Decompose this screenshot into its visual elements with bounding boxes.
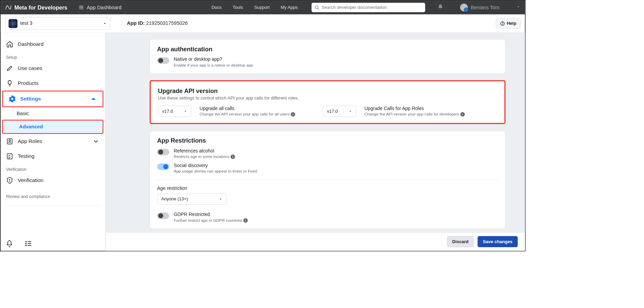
user-menu[interactable]: Benians Tom bbox=[460, 4, 500, 12]
sidebar-dashboard[interactable]: Dashboard bbox=[1, 37, 105, 52]
nav-docs[interactable]: Docs bbox=[212, 5, 222, 10]
hamburger-icon bbox=[78, 5, 84, 10]
help-label: Help bbox=[507, 21, 516, 26]
app-id-value: 219250317595026 bbox=[146, 20, 188, 26]
card-app-authentication: App authentication Native or desktop app… bbox=[150, 39, 506, 74]
chevron-up-icon bbox=[90, 95, 97, 103]
search-box[interactable] bbox=[311, 3, 425, 12]
top-nav: Meta for Developers App Dashboard Docs T… bbox=[1, 1, 525, 15]
select-upgrade-roles[interactable]: v17.0 bbox=[323, 106, 356, 117]
sidebar-settings-basic[interactable]: Basic bbox=[1, 107, 105, 120]
alcohol-sub: Restricts age in some locations bbox=[174, 155, 230, 159]
nav-links: Docs Tools Support My Apps bbox=[212, 5, 298, 10]
app-icon bbox=[8, 19, 17, 28]
info-icon[interactable]: i bbox=[460, 112, 465, 117]
sidebar-setup-label: Setup bbox=[1, 52, 105, 61]
checklist-icon bbox=[6, 153, 13, 160]
roles-icon bbox=[6, 138, 13, 145]
svg-point-14 bbox=[26, 245, 26, 246]
lightbulb-icon bbox=[6, 79, 13, 87]
sidebar-products[interactable]: Products bbox=[1, 76, 105, 91]
user-menu-chevron[interactable] bbox=[516, 5, 520, 10]
sidebar-settings-advanced[interactable]: Advanced bbox=[3, 121, 103, 133]
select-age-restriction[interactable]: Anyone (13+) bbox=[157, 194, 227, 205]
upgrade-roles-label: Upgrade Calls for App Roles bbox=[364, 106, 465, 111]
app-id-label: App ID: bbox=[127, 20, 145, 26]
restrictions-title: App Restrictions bbox=[157, 137, 498, 144]
card-upgrade-api: Upgrade API version Use these settings t… bbox=[150, 80, 506, 124]
discard-button[interactable]: Discard bbox=[447, 236, 474, 247]
caret-down-icon bbox=[184, 110, 187, 113]
app-name: test 3 bbox=[20, 20, 33, 26]
meta-logo-icon bbox=[5, 4, 12, 11]
toggle-alcohol[interactable] bbox=[157, 149, 169, 156]
svg-point-3 bbox=[315, 6, 318, 9]
upgrade-title: Upgrade API version bbox=[158, 88, 497, 95]
user-name: Benians Tom bbox=[471, 4, 500, 10]
gear-icon bbox=[8, 95, 16, 103]
alcohol-label: References alcohol bbox=[174, 148, 235, 154]
native-label: Native or desktop app? bbox=[174, 57, 253, 62]
toggle-gdpr[interactable] bbox=[157, 213, 169, 219]
sidebar-testing[interactable]: Testing bbox=[1, 149, 105, 164]
list-icon[interactable] bbox=[24, 240, 32, 248]
app-selector[interactable]: test 3 bbox=[5, 17, 110, 30]
caret-down-icon bbox=[103, 21, 107, 25]
age-label: Age restriction bbox=[157, 186, 498, 192]
upgrade-desc: Use these settings to control which API … bbox=[158, 96, 497, 101]
dashboard-label: App Dashboard bbox=[87, 4, 122, 10]
notifications-button[interactable] bbox=[437, 4, 444, 11]
svg-point-13 bbox=[26, 243, 26, 244]
nav-tools[interactable]: Tools bbox=[233, 5, 243, 10]
upgrade-all-sub: Change the API version your app calls fo… bbox=[200, 112, 290, 116]
card-app-restrictions: App Restrictions References alcohol Rest… bbox=[150, 131, 506, 229]
nav-myapps[interactable]: My Apps bbox=[281, 5, 298, 10]
app-id: App ID: 219250317595026 bbox=[127, 20, 188, 26]
info-icon[interactable]: i bbox=[231, 155, 235, 159]
gdpr-sub: Further restrict age in GDPR countries bbox=[174, 218, 242, 222]
svg-rect-9 bbox=[7, 153, 12, 159]
info-icon[interactable]: i bbox=[243, 218, 248, 223]
bell-icon bbox=[437, 4, 444, 10]
sidebar-verification-label: Verification bbox=[1, 164, 105, 173]
chevron-down-icon bbox=[92, 138, 100, 145]
social-sub: App usage stories can appear in ticker o… bbox=[174, 169, 257, 174]
app-dashboard-menu[interactable]: App Dashboard bbox=[78, 4, 122, 10]
sidebar-app-roles[interactable]: App Roles bbox=[1, 134, 105, 149]
sidebar-verification[interactable]: Verification bbox=[1, 173, 105, 188]
search-input[interactable] bbox=[322, 5, 423, 10]
main-content: App authentication Native or desktop app… bbox=[105, 33, 525, 251]
caret-down-icon bbox=[219, 198, 222, 201]
select-upgrade-all[interactable]: v17.0 bbox=[158, 106, 191, 117]
avatar-icon bbox=[460, 4, 468, 12]
svg-point-6 bbox=[502, 24, 503, 25]
toggle-native-app[interactable] bbox=[157, 57, 169, 64]
home-icon bbox=[6, 40, 13, 48]
footer-bar: Discard Save changes bbox=[106, 233, 524, 250]
svg-point-8 bbox=[9, 140, 10, 141]
app-bar: test 3 App ID: 219250317595026 Help bbox=[1, 14, 525, 33]
chevron-down-icon bbox=[516, 5, 520, 9]
toggle-social-discovery[interactable] bbox=[157, 164, 169, 170]
help-icon bbox=[500, 21, 505, 26]
info-icon[interactable]: i bbox=[291, 112, 295, 117]
search-icon bbox=[315, 5, 320, 10]
svg-point-12 bbox=[26, 241, 26, 242]
help-button[interactable]: Help bbox=[496, 18, 520, 28]
sidebar-settings[interactable]: Settings bbox=[3, 91, 103, 106]
nav-support[interactable]: Support bbox=[254, 5, 270, 10]
sidebar-review[interactable]: Review and compliance bbox=[1, 188, 105, 200]
sidebar: Dashboard Setup Use cases Products Setti… bbox=[1, 33, 105, 251]
bottom-icons bbox=[5, 240, 32, 248]
pencil-icon bbox=[6, 65, 13, 72]
social-label: Social discovery bbox=[174, 163, 257, 168]
brand[interactable]: Meta for Developers bbox=[5, 4, 68, 11]
upgrade-all-label: Upgrade all calls bbox=[200, 106, 295, 111]
sidebar-use-cases[interactable]: Use cases bbox=[1, 61, 105, 76]
auth-title: App authentication bbox=[157, 46, 498, 53]
save-button[interactable]: Save changes bbox=[478, 236, 518, 247]
gdpr-label: GDPR Restricted bbox=[174, 212, 248, 217]
bell-outline-icon[interactable] bbox=[5, 240, 13, 248]
shield-icon bbox=[6, 177, 13, 184]
svg-point-10 bbox=[10, 180, 10, 180]
